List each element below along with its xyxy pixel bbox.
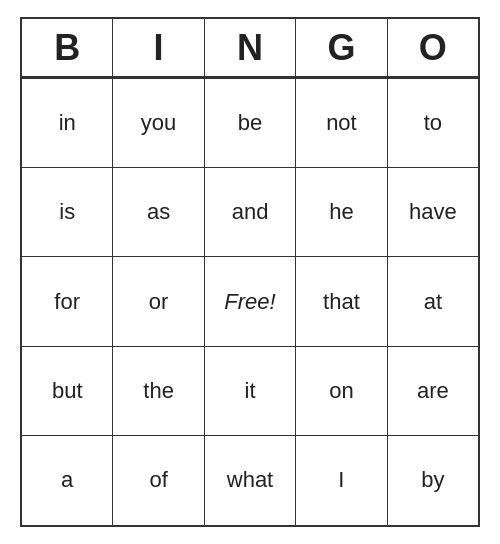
bingo-row-4: but the it on are bbox=[22, 347, 478, 436]
header-i: I bbox=[113, 19, 204, 77]
cell-3-2[interactable]: or bbox=[113, 257, 204, 346]
cell-1-2[interactable]: you bbox=[113, 79, 204, 168]
bingo-card: B I N G O in you be not to is as and he … bbox=[20, 17, 480, 527]
header-g: G bbox=[296, 19, 387, 77]
cell-4-2[interactable]: the bbox=[113, 347, 204, 436]
cell-4-5[interactable]: are bbox=[388, 347, 478, 436]
cell-1-5[interactable]: to bbox=[388, 79, 478, 168]
cell-1-4[interactable]: not bbox=[296, 79, 387, 168]
cell-3-1[interactable]: for bbox=[22, 257, 113, 346]
header-o: O bbox=[388, 19, 478, 77]
bingo-row-5: a of what I by bbox=[22, 436, 478, 525]
cell-3-3-free[interactable]: Free! bbox=[205, 257, 296, 346]
cell-5-3[interactable]: what bbox=[205, 436, 296, 525]
bingo-row-2: is as and he have bbox=[22, 168, 478, 257]
cell-4-3[interactable]: it bbox=[205, 347, 296, 436]
cell-1-1[interactable]: in bbox=[22, 79, 113, 168]
header-n: N bbox=[205, 19, 296, 77]
bingo-row-3: for or Free! that at bbox=[22, 257, 478, 346]
cell-2-5[interactable]: have bbox=[388, 168, 478, 257]
cell-1-3[interactable]: be bbox=[205, 79, 296, 168]
cell-3-4[interactable]: that bbox=[296, 257, 387, 346]
cell-2-4[interactable]: he bbox=[296, 168, 387, 257]
cell-4-1[interactable]: but bbox=[22, 347, 113, 436]
cell-2-2[interactable]: as bbox=[113, 168, 204, 257]
cell-5-4[interactable]: I bbox=[296, 436, 387, 525]
cell-4-4[interactable]: on bbox=[296, 347, 387, 436]
bingo-row-1: in you be not to bbox=[22, 79, 478, 168]
cell-2-3[interactable]: and bbox=[205, 168, 296, 257]
cell-5-2[interactable]: of bbox=[113, 436, 204, 525]
header-b: B bbox=[22, 19, 113, 77]
cell-3-5[interactable]: at bbox=[388, 257, 478, 346]
cell-5-1[interactable]: a bbox=[22, 436, 113, 525]
bingo-header: B I N G O bbox=[22, 19, 478, 79]
cell-2-1[interactable]: is bbox=[22, 168, 113, 257]
cell-5-5[interactable]: by bbox=[388, 436, 478, 525]
